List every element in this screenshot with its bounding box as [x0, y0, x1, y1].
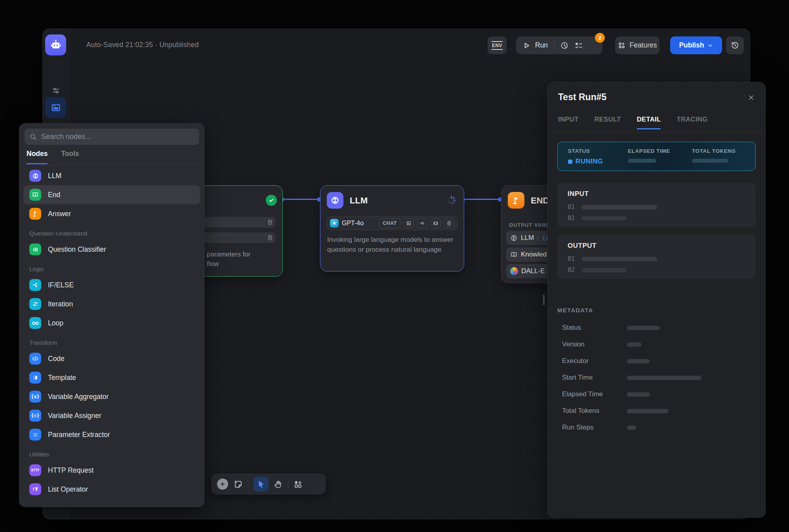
tab-result[interactable]: RESULT [595, 116, 621, 129]
input-card-title: INPUT [568, 190, 589, 198]
add-note-button[interactable] [233, 479, 243, 489]
metadata-row: Executor [562, 357, 756, 365]
start-field-row [198, 232, 275, 243]
start-node-description: parameters for flow [207, 250, 251, 269]
end-node-icon [508, 192, 524, 209]
node-item-variable-aggregator[interactable]: {x} Variable Aggregator [23, 387, 200, 406]
tab-detail[interactable]: DETAIL [637, 116, 661, 129]
hand-icon [274, 480, 283, 489]
skeleton-bar [627, 392, 650, 397]
metadata-row: Status [562, 324, 756, 332]
row-index: 01 [568, 255, 575, 262]
running-status-dot [568, 160, 572, 164]
node-item-llm[interactable]: LLM [23, 166, 200, 185]
node-item-loop[interactable]: Loop [23, 314, 200, 332]
panel-resize-handle[interactable] [543, 294, 545, 305]
window-panel-icon [50, 102, 61, 113]
version-history-button[interactable] [726, 36, 744, 54]
node-item-variable-assigner[interactable]: {=} Variable Assigner [23, 406, 200, 425]
success-check-icon [266, 195, 277, 206]
node-item-ifelse[interactable]: IF/ELSE [23, 276, 200, 294]
divider [248, 480, 248, 488]
node-item-http-request[interactable]: HTTP HTTP Request [23, 461, 200, 480]
search-input[interactable] [40, 132, 194, 141]
node-item-code[interactable]: Code [23, 349, 200, 368]
env-button[interactable]: ENV [488, 36, 507, 54]
tab-nodes[interactable]: Nodes [27, 150, 48, 164]
organize-nodes-button[interactable] [293, 480, 303, 489]
divider [554, 41, 554, 50]
skeleton-bar [627, 326, 660, 330]
metadata-row: Elapsed Time [562, 390, 756, 398]
env-icon: ENV [492, 41, 503, 50]
node-item-list-operator[interactable]: List Operator [23, 480, 200, 499]
metadata-row: Run Steps [562, 424, 756, 431]
row-index: 02 [568, 215, 575, 222]
node-item-end[interactable]: End [23, 185, 200, 204]
layout-grid-icon [293, 480, 303, 489]
skeleton-bar [627, 426, 636, 430]
note-add-icon [233, 479, 243, 489]
tab-tracing[interactable]: TRACING [677, 116, 707, 129]
add-node-button[interactable] [217, 479, 228, 490]
answer-icon [29, 208, 41, 220]
run-panel-tabs: INPUT RESULT DETAIL TRACING [558, 116, 707, 129]
hand-tool-button[interactable] [274, 480, 283, 489]
output-variables-label: OUTPUT VARIA [509, 222, 552, 228]
metadata-row: Start Time [562, 374, 756, 382]
tab-input[interactable]: INPUT [558, 116, 579, 129]
edge-llm-end [463, 199, 501, 200]
node-item-template[interactable]: Template [23, 368, 200, 387]
elapsed-time-column: ELAPSED TIME [628, 148, 670, 163]
total-tokens-column: TOTAL TOKENS [692, 148, 736, 163]
vision-capability-icon [404, 218, 414, 228]
input-card: INPUT 01 02 [557, 183, 756, 227]
skeleton-bar [627, 409, 669, 413]
model-selector[interactable]: GPT-4o CHAT [327, 217, 457, 230]
node-item-iteration[interactable]: Iteration [23, 294, 200, 314]
loop-icon [29, 317, 41, 329]
list-operator-icon [29, 483, 41, 495]
total-tokens-label: TOTAL TOKENS [692, 148, 736, 154]
gpt4o-model-icon [330, 219, 339, 228]
close-button[interactable] [745, 92, 757, 103]
divider [288, 480, 288, 488]
app-logo[interactable] [45, 34, 66, 55]
pointer-tool-button[interactable] [253, 477, 269, 492]
node-search-panel: Nodes Tools LLM End Answer [19, 123, 204, 507]
status-value: RUNING [576, 158, 603, 165]
row-index: 01 [568, 203, 575, 211]
iteration-icon [29, 298, 41, 310]
node-panel-button[interactable] [45, 97, 66, 118]
metadata-title: METADATA [557, 307, 593, 314]
skeleton-bar [627, 342, 641, 347]
dalle-icon [510, 267, 518, 275]
llm-icon [29, 170, 41, 182]
chat-mode-tag: CHAT [379, 218, 400, 228]
features-icon [617, 41, 626, 49]
elapsed-time-label: ELAPSED TIME [628, 148, 670, 154]
history-icon [730, 41, 739, 50]
tab-tools[interactable]: Tools [61, 150, 79, 164]
skeleton-bar [582, 216, 626, 220]
end-icon [29, 189, 41, 201]
end-node-title: END [531, 196, 549, 206]
run-history-icon[interactable] [560, 41, 569, 50]
workflow-settings-button[interactable] [51, 86, 60, 95]
http-request-icon: HTTP [29, 464, 41, 476]
node-search-box[interactable] [25, 129, 199, 145]
canvas-toolbar [212, 474, 326, 494]
divider [19, 165, 204, 165]
node-item-answer[interactable]: Answer [23, 204, 200, 223]
features-button[interactable]: Features [615, 36, 659, 54]
run-button[interactable]: Run [535, 41, 548, 49]
section-logic: Logic [29, 266, 204, 273]
node-item-parameter-extractor[interactable]: Parameter Extractor [23, 425, 200, 444]
llm-node[interactable]: LLM GPT-4o CHAT [320, 185, 464, 272]
publish-button[interactable]: Publish [670, 36, 722, 54]
checklist-icon[interactable] [574, 41, 583, 50]
section-utilities: Utilities [29, 451, 204, 458]
publish-label: Publish [679, 41, 704, 49]
node-item-question-classifier[interactable]: Question Classifier [23, 240, 200, 259]
document-capability-icon [444, 218, 454, 228]
